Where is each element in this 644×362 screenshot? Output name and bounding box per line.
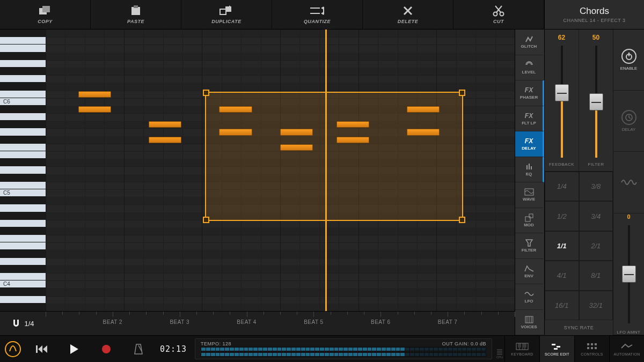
module-list: GLITCHLEVELFXPHASERFXFLT LPFXDELAYEQWAVE…	[515, 29, 544, 335]
svg-rect-14	[529, 214, 533, 218]
wave-knob[interactable]	[613, 152, 644, 213]
timeline[interactable]: 1/4 BEAT 2BEAT 3BEAT 4BEAT 5BEAT 6BEAT 7	[0, 311, 515, 335]
sync-1-1[interactable]: 1/1	[545, 231, 579, 261]
midi-note[interactable]	[219, 129, 252, 135]
cut-icon	[493, 5, 504, 17]
svg-rect-20	[36, 345, 38, 353]
time-display: 02:13	[155, 336, 192, 362]
module-wave[interactable]: WAVE	[515, 182, 544, 208]
selection-handle[interactable]	[203, 90, 209, 96]
beat-label: BEAT 5	[304, 319, 324, 325]
module-env[interactable]: ENV	[515, 259, 544, 285]
module-eq[interactable]: EQ	[515, 157, 544, 183]
piano-keys[interactable]: C6C5C4	[0, 29, 46, 311]
meter-right	[201, 352, 486, 357]
playhead[interactable]	[325, 29, 327, 311]
beat-label: BEAT 2	[103, 319, 123, 325]
midi-note[interactable]	[78, 91, 111, 98]
record-button[interactable]	[90, 336, 122, 362]
svg-rect-28	[595, 343, 597, 345]
sync-16-1[interactable]: 16/1	[545, 291, 579, 320]
sync-1-2[interactable]: 1/2	[545, 201, 579, 231]
midi-note[interactable]	[280, 129, 313, 135]
view-keyboard[interactable]: KEYBOARD	[504, 336, 539, 362]
svg-rect-13	[525, 217, 530, 221]
note-grid[interactable]	[46, 29, 515, 311]
effect-header: Chords CHANNEL 14 - EFFECT 3	[544, 0, 644, 29]
paste-icon	[129, 5, 142, 17]
selection-handle[interactable]	[459, 90, 465, 96]
module-delay[interactable]: FXDELAY	[515, 131, 544, 157]
top-toolbar: COPY PASTE DUPLICATE QUANTIZE DELETE CUT…	[0, 0, 644, 29]
svg-rect-10	[529, 164, 530, 169]
sync-3-8[interactable]: 3/8	[579, 172, 613, 201]
svg-rect-2	[131, 7, 140, 15]
delay-knob[interactable]: DELAY	[613, 91, 644, 152]
bottom-bar: 02:13 TEMPO: 128OUT GAIN: 0.0 dB CPU KEY…	[0, 335, 644, 362]
cut-button[interactable]: CUT	[453, 0, 544, 29]
svg-rect-11	[531, 166, 532, 169]
beat-label: BEAT 4	[237, 319, 257, 325]
meter-panel: TEMPO: 128OUT GAIN: 0.0 dB	[195, 338, 492, 359]
beat-label: BEAT 7	[438, 319, 458, 325]
module-glitch[interactable]: GLITCH	[515, 29, 544, 55]
filter-slider[interactable]: 50FILTER	[579, 29, 613, 171]
midi-note[interactable]	[149, 137, 181, 143]
feedback-slider[interactable]: 62FEEDBACK	[545, 29, 579, 171]
app-logo[interactable]	[0, 336, 26, 362]
effect-panel: 62FEEDBACK50FILTER 1/43/81/23/41/12/14/1…	[544, 29, 644, 335]
module-phaser[interactable]: FXPHASER	[515, 80, 544, 106]
module-flt-lp[interactable]: FXFLT LP	[515, 106, 544, 132]
midi-note[interactable]	[407, 106, 440, 113]
metronome-button[interactable]	[122, 336, 155, 362]
midi-note[interactable]	[149, 121, 181, 128]
selection-handle[interactable]	[203, 217, 209, 223]
play-button[interactable]	[58, 336, 90, 362]
module-voices[interactable]: VOICES	[515, 310, 544, 336]
svg-point-21	[102, 345, 111, 353]
sync-1-4[interactable]: 1/4	[545, 172, 579, 201]
copy-button[interactable]: COPY	[0, 0, 91, 29]
svg-rect-3	[134, 5, 138, 8]
duplicate-button[interactable]: DUPLICATE	[181, 0, 272, 29]
midi-note[interactable]	[219, 106, 252, 113]
snap-setting[interactable]: 1/4	[0, 312, 46, 335]
selection-handle[interactable]	[459, 217, 465, 223]
view-score-edit[interactable]: SCORE EDIT	[539, 336, 574, 362]
module-mod[interactable]: MOD	[515, 208, 544, 234]
view-automation[interactable]: AUTOMATION	[609, 336, 644, 362]
sync-8-1[interactable]: 8/1	[579, 261, 613, 290]
svg-rect-23	[552, 344, 555, 345]
sync-2-1[interactable]: 2/1	[579, 231, 613, 261]
quantize-button[interactable]: QUANTIZE	[272, 0, 363, 29]
midi-note[interactable]	[78, 106, 111, 113]
rewind-button[interactable]	[26, 336, 58, 362]
duplicate-icon	[219, 5, 234, 17]
enable-knob[interactable]: ENABLE	[613, 29, 644, 91]
midi-note[interactable]	[336, 121, 369, 128]
lfo-slider[interactable]: 0 LFO AMNT	[613, 213, 644, 335]
svg-rect-17	[628, 53, 630, 56]
sync-rate-grid: 1/43/81/23/41/12/14/18/116/132/1	[545, 172, 613, 320]
module-lfo[interactable]: LFO	[515, 284, 544, 310]
midi-note[interactable]	[280, 144, 313, 151]
module-level[interactable]: LEVEL	[515, 55, 544, 81]
paste-button[interactable]: PASTE	[91, 0, 181, 29]
sync-4-1[interactable]: 4/1	[545, 261, 579, 290]
cpu-meter: CPU	[495, 336, 504, 362]
midi-note[interactable]	[336, 137, 369, 143]
delete-button[interactable]: DELETE	[363, 0, 453, 29]
svg-rect-9	[526, 165, 528, 169]
sync-32-1[interactable]: 32/1	[579, 291, 613, 320]
svg-rect-31	[595, 347, 597, 349]
midi-note[interactable]	[407, 129, 440, 135]
view-controls[interactable]: CONTROLS	[574, 336, 609, 362]
svg-point-7	[494, 12, 497, 16]
delete-icon	[402, 5, 413, 17]
svg-rect-22	[516, 343, 528, 350]
module-filter[interactable]: FILTER	[515, 233, 544, 259]
meter-left	[201, 347, 486, 351]
sync-3-4[interactable]: 3/4	[579, 201, 613, 231]
svg-point-19	[5, 342, 20, 357]
sync-rate-label: SYNC RATE	[545, 320, 613, 335]
